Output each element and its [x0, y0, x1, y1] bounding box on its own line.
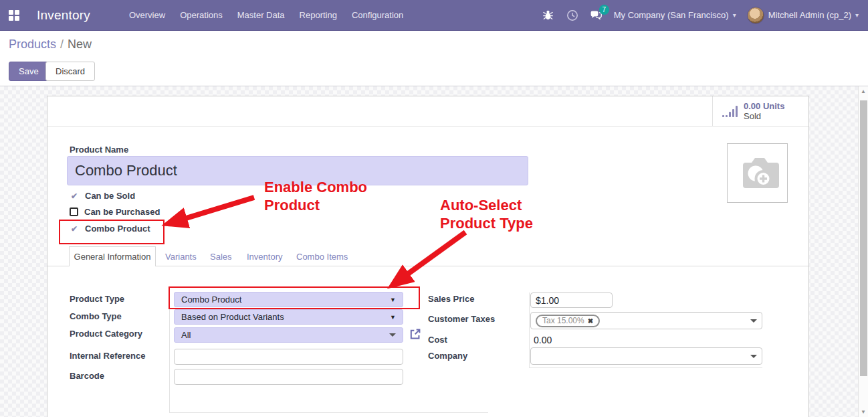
control-panel: Products/New Save Discard — [0, 31, 868, 86]
scrollbar-thumb[interactable] — [860, 100, 867, 376]
company-switcher[interactable]: My Company (San Francisco) ▾ — [614, 10, 736, 20]
messages-count-badge: 7 — [599, 5, 609, 15]
external-link-icon[interactable] — [409, 328, 421, 343]
stat-label: Sold — [744, 111, 784, 121]
scroll-up-icon[interactable]: ▲ — [861, 88, 866, 94]
can-be-purchased-label: Can be Purchased — [84, 207, 160, 217]
menu-configuration[interactable]: Configuration — [350, 7, 405, 23]
tab-combo-items[interactable]: Combo Items — [296, 252, 348, 262]
user-name: Mitchell Admin (cp_2) — [768, 10, 851, 20]
select-caret-icon: ▼ — [390, 297, 396, 303]
breadcrumb-separator: / — [60, 37, 64, 51]
product-category-label: Product Category — [70, 329, 142, 339]
sales-price-value: $1.00 — [536, 295, 559, 306]
company-field[interactable] — [530, 347, 762, 365]
combo-product-row: Combo Product — [70, 224, 150, 234]
vertical-scrollbar[interactable]: ▲ ▼ — [858, 86, 868, 417]
stat-value: 0.00 Units — [744, 101, 784, 111]
breadcrumb-products-link[interactable]: Products — [9, 37, 56, 51]
button-box-divider — [47, 126, 808, 127]
can-be-sold-checkbox[interactable] — [70, 191, 79, 201]
can-be-sold-row: Can be Sold — [70, 191, 135, 201]
dropdown-caret-icon — [750, 355, 757, 358]
discard-button[interactable]: Discard — [45, 62, 95, 81]
avatar — [747, 7, 764, 24]
bar-chart-icon — [722, 106, 738, 117]
breadcrumb: Products/New — [9, 37, 92, 52]
product-type-select[interactable]: Combo Product ▼ — [174, 292, 403, 307]
internal-reference-input[interactable] — [174, 349, 403, 365]
right-group-separator — [529, 293, 530, 367]
dropdown-caret-icon — [750, 319, 757, 323]
remove-tag-icon[interactable]: ✖ — [588, 317, 593, 325]
product-type-label: Product Type — [70, 294, 124, 304]
tax-tag: Tax 15.00% ✖ — [536, 315, 600, 327]
product-category-field[interactable]: All — [174, 327, 403, 343]
customer-taxes-field[interactable]: Tax 15.00% ✖ — [530, 312, 762, 329]
can-be-purchased-row: Can be Purchased — [70, 207, 160, 217]
cost-value: 0.00 — [534, 335, 552, 345]
save-button[interactable]: Save — [9, 62, 49, 81]
product-category-value: All — [181, 330, 191, 340]
sales-price-input[interactable]: $1.00 — [530, 293, 613, 308]
tabs-underline — [47, 266, 808, 266]
units-sold-stat-button[interactable]: 0.00 Units Sold — [712, 96, 808, 126]
menu-overview[interactable]: Overview — [128, 7, 167, 23]
select-caret-icon: ▼ — [390, 314, 396, 321]
app-title[interactable]: Inventory — [37, 8, 90, 23]
top-navbar: Inventory Overview Operations Master Dat… — [0, 0, 868, 31]
barcode-input[interactable] — [174, 369, 403, 385]
customer-taxes-label: Customer Taxes — [428, 314, 495, 324]
sales-price-label: Sales Price — [428, 294, 474, 304]
menu-operations[interactable]: Operations — [179, 7, 224, 23]
product-image-upload[interactable] — [727, 143, 788, 203]
tab-general-information[interactable]: General Information — [69, 246, 156, 266]
user-menu[interactable]: Mitchell Admin (cp_2) ▾ — [747, 7, 859, 24]
left-group-bottom-border — [169, 412, 488, 413]
internal-reference-label: Internal Reference — [70, 351, 145, 361]
tab-sales[interactable]: Sales — [210, 252, 232, 262]
scroll-down-icon[interactable]: ▼ — [861, 409, 866, 415]
company-label: Company — [428, 351, 467, 361]
tax-tag-label: Tax 15.00% — [542, 316, 584, 325]
chevron-down-icon: ▾ — [855, 11, 859, 19]
barcode-label: Barcode — [70, 371, 104, 381]
combo-type-select[interactable]: Based on Product Variants ▼ — [174, 309, 403, 325]
annotation-enable-combo: Enable Combo Product — [264, 178, 367, 214]
dropdown-caret-icon — [389, 333, 396, 337]
form-sheet — [47, 96, 809, 417]
main-menus: Overview Operations Master Data Reportin… — [128, 7, 405, 23]
company-name: My Company (San Francisco) — [614, 10, 729, 20]
tab-inventory[interactable]: Inventory — [247, 252, 282, 262]
navbar-systray: 7 My Company (San Francisco) ▾ Mitchell … — [542, 7, 859, 24]
combo-type-value: Based on Product Variants — [181, 312, 284, 322]
chevron-down-icon: ▾ — [733, 11, 736, 19]
combo-product-label: Combo Product — [85, 224, 150, 234]
combo-type-label: Combo Type — [70, 311, 122, 321]
apps-grid-icon[interactable] — [9, 10, 19, 21]
annotation-auto-select: Auto-Select Product Type — [440, 196, 533, 232]
cost-label: Cost — [428, 335, 447, 345]
tab-variants[interactable]: Variants — [165, 252, 197, 262]
messages-icon[interactable]: 7 — [590, 9, 603, 22]
combo-product-checkbox[interactable] — [70, 224, 79, 234]
right-group-bottom-border — [529, 367, 762, 368]
left-group-separator — [169, 288, 170, 412]
breadcrumb-current: New — [68, 37, 92, 51]
product-name-label: Product Name — [70, 145, 128, 155]
camera-plus-icon — [736, 154, 780, 193]
can-be-sold-label: Can be Sold — [85, 191, 135, 201]
menu-master-data[interactable]: Master Data — [236, 7, 286, 23]
activities-clock-icon[interactable] — [566, 9, 579, 22]
debug-bug-icon[interactable] — [542, 9, 555, 22]
product-name-value: Combo Product — [75, 162, 177, 179]
can-be-purchased-checkbox[interactable] — [70, 207, 78, 216]
product-type-value: Combo Product — [181, 295, 241, 305]
menu-reporting[interactable]: Reporting — [298, 7, 338, 23]
